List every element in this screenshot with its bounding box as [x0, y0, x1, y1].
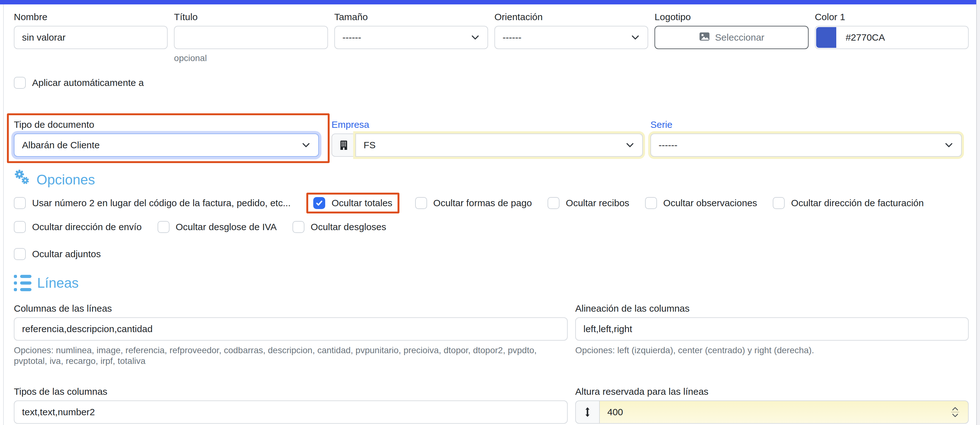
nombre-label: Nombre: [14, 11, 168, 23]
list-icon: [14, 275, 32, 291]
opciones-checkbox-row-2: Ocultar dirección de envío Ocultar desgl…: [14, 221, 969, 233]
arrows-vertical-icon: [575, 401, 600, 424]
lineas-section-heading: Líneas: [14, 275, 969, 291]
checkbox-item[interactable]: Ocultar recibos: [547, 197, 629, 209]
checkbox[interactable]: [645, 197, 657, 209]
checkbox-item[interactable]: Ocultar dirección de facturación: [773, 197, 924, 209]
number-spinner[interactable]: [951, 407, 959, 417]
tipo-documento-label: Tipo de documento: [14, 119, 319, 130]
empresa-input-group: FS: [331, 134, 643, 157]
checkbox-label: Aplicar automáticamente a: [32, 77, 144, 88]
field-nombre: Nombre sin valorar: [14, 11, 168, 64]
checkbox-label: Usar número 2 en lugar del código de la …: [32, 198, 291, 208]
chevron-down-icon: [631, 33, 640, 42]
checkbox[interactable]: [773, 197, 785, 209]
columnas-helper: Opciones: numlinea, image, referencia, r…: [14, 345, 568, 366]
empresa-select[interactable]: FS: [355, 134, 643, 157]
checkbox[interactable]: [547, 197, 560, 209]
checkbox-item[interactable]: Ocultar observaciones: [645, 197, 757, 209]
checkbox[interactable]: [415, 197, 427, 209]
field-tamano: Tamaño ------: [334, 11, 488, 64]
checkbox-item[interactable]: Ocultar totales: [306, 193, 399, 213]
vertical-scrollbar[interactable]: [976, 0, 980, 425]
checkbox[interactable]: [158, 221, 170, 233]
opciones-checkbox-row-1: Usar número 2 en lugar del código de la …: [14, 193, 969, 213]
altura-label: Altura reservada para las líneas: [575, 386, 969, 397]
checkbox[interactable]: [293, 221, 304, 233]
checkbox-label: Ocultar recibos: [566, 198, 629, 208]
nombre-input[interactable]: sin valorar: [14, 26, 168, 49]
color1-input[interactable]: #2770CA: [815, 26, 969, 49]
checkbox-item[interactable]: Ocultar desgloses: [293, 221, 386, 233]
color1-swatch[interactable]: [816, 27, 836, 48]
checkbox-label: Ocultar observaciones: [663, 198, 757, 208]
color1-label: Color 1: [815, 11, 969, 23]
field-tipos-columnas: Tipos de las columnas text,text,number2 …: [14, 386, 568, 425]
altura-number-input[interactable]: 400: [599, 401, 969, 424]
field-titulo: Título opcional: [174, 11, 328, 64]
logotipo-select-button[interactable]: Seleccionar: [654, 26, 808, 49]
checkbox-label: Ocultar totales: [331, 198, 392, 208]
chevron-down-icon: [944, 141, 954, 150]
lineas-title: Líneas: [37, 275, 79, 291]
altura-input-group: 400: [575, 401, 969, 424]
titulo-input[interactable]: [174, 26, 328, 49]
serie-label: Serie: [651, 119, 962, 130]
checkbox-label: Ocultar dirección de envío: [32, 222, 142, 232]
alineacion-helper: Opciones: left (izquierda), center (cent…: [575, 345, 969, 356]
chevron-down-icon: [301, 141, 311, 150]
alineacion-input[interactable]: left,left,right: [575, 317, 969, 340]
tamano-label: Tamaño: [334, 11, 488, 23]
opciones-section-heading: Opciones: [14, 169, 969, 190]
checkbox-label: Ocultar desgloses: [311, 222, 386, 232]
checkbox[interactable]: [14, 197, 26, 209]
spinner-divider: [951, 412, 959, 412]
checkbox-item[interactable]: Ocultar adjuntos: [14, 248, 101, 260]
orientacion-label: Orientación: [495, 11, 648, 23]
alineacion-label: Alineación de las columnas: [575, 303, 969, 314]
top-navbar-edge: [0, 0, 976, 5]
logotipo-button-label: Seleccionar: [715, 32, 765, 43]
checkbox-label: Ocultar adjuntos: [32, 249, 101, 259]
checkbox[interactable]: [14, 221, 26, 233]
field-empresa: Empresa FS: [331, 119, 643, 157]
checkbox-label: Ocultar formas de pago: [433, 198, 532, 208]
checkbox-item[interactable]: Ocultar dirección de envío: [14, 221, 142, 233]
field-altura-lineas: Altura reservada para las líneas 400: [575, 386, 969, 425]
opciones-title: Opciones: [37, 171, 95, 188]
serie-select[interactable]: ------: [651, 134, 962, 157]
general-fields-row: Nombre sin valorar Título opcional Tamañ…: [14, 11, 969, 64]
checkbox[interactable]: [313, 197, 325, 209]
building-icon: [331, 134, 356, 157]
field-alineacion-columnas: Alineación de las columnas left,left,rig…: [575, 303, 969, 366]
lineas-fields-grid: Columnas de las líneas referencia,descri…: [14, 303, 969, 425]
tipo-documento-select[interactable]: Albarán de Cliente: [14, 134, 319, 157]
checkbox-item[interactable]: Usar número 2 en lugar del código de la …: [14, 197, 291, 209]
opciones-checkbox-row-3: Ocultar adjuntos: [14, 248, 969, 260]
field-columnas-lineas: Columnas de las líneas referencia,descri…: [14, 303, 568, 366]
checkbox-item[interactable]: Ocultar desglose de IVA: [158, 221, 277, 233]
tipos-input[interactable]: text,text,number2: [14, 401, 568, 424]
field-orientacion: Orientación ------: [495, 11, 648, 64]
checkbox[interactable]: [14, 248, 26, 260]
chevron-down-icon: [625, 141, 635, 150]
tipo-documento-highlight-rectangle: Tipo de documento Albarán de Cliente: [7, 113, 329, 163]
gears-icon: [14, 169, 31, 190]
field-serie: Serie ------: [651, 119, 962, 157]
document-type-row: Tipo de documento Albarán de Cliente Emp…: [14, 113, 969, 163]
checkbox[interactable]: [14, 77, 26, 89]
aplicar-automaticamente-checkbox-item[interactable]: Aplicar automáticamente a: [14, 77, 969, 89]
checkbox-label: Ocultar dirección de facturación: [791, 198, 924, 208]
logotipo-label: Logotipo: [654, 11, 808, 23]
field-logotipo: Logotipo Seleccionar: [654, 11, 808, 64]
checkbox-item[interactable]: Ocultar formas de pago: [415, 197, 532, 209]
chevron-down-icon: [471, 33, 480, 42]
orientacion-select[interactable]: ------: [495, 26, 648, 49]
tamano-select[interactable]: ------: [334, 26, 488, 49]
field-color1: Color 1 #2770CA: [815, 11, 969, 64]
empresa-label: Empresa: [331, 119, 643, 130]
columnas-label: Columnas de las líneas: [14, 303, 568, 314]
columnas-input[interactable]: referencia,descripcion,cantidad: [14, 317, 568, 340]
form-content: Nombre sin valorar Título opcional Tamañ…: [4, 5, 976, 425]
titulo-helper: opcional: [174, 53, 328, 64]
